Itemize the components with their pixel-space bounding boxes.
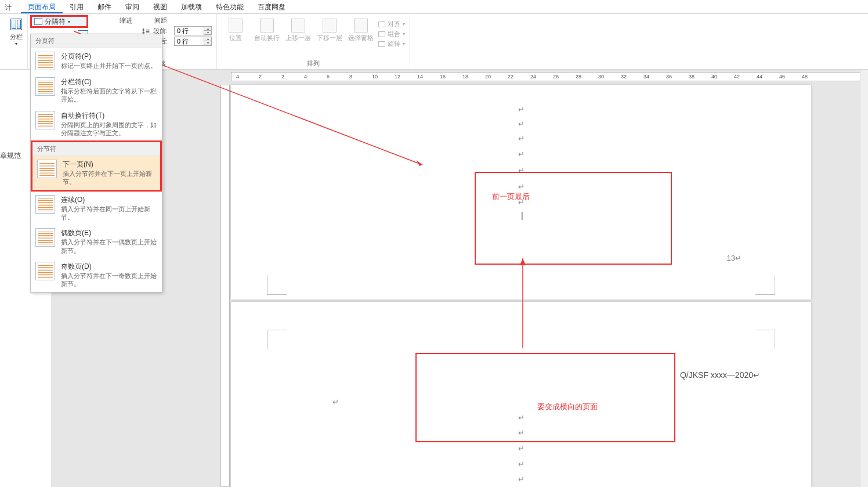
paragraph-mark: ↵ [518, 460, 525, 468]
column-break-icon [35, 77, 55, 96]
odd-page-icon [35, 262, 55, 280]
ruler-tick: 24 [530, 74, 536, 80]
align-button[interactable]: 对齐▾ [378, 20, 405, 28]
breaks-button[interactable]: 分隔符 ▾ [30, 15, 88, 28]
doc-page-1[interactable]: ↵ ↵ ↵ ↵ ↵ ↵ ↵ | 13↵ 前一页最后 [231, 85, 811, 300]
ruler-tick: 18 [462, 74, 468, 80]
tab-baidu[interactable]: 百度网盘 [251, 0, 292, 13]
dd-text-wrap-break[interactable]: 自动换行符(T)分隔网页上的对象周围的文字，如分隔题注文字与正文。 [31, 107, 162, 141]
crop-mark [267, 330, 287, 349]
indent-header: 缩进 [120, 16, 132, 25]
bring-front-icon [291, 19, 305, 33]
ruler-tick: 8 [349, 74, 352, 80]
paragraph-mark: ↵ [332, 398, 339, 406]
ruler-tick: 20 [485, 74, 491, 80]
dd-odd-page[interactable]: 奇数页(D)插入分节符并在下一奇数页上开始新节。 [31, 258, 162, 292]
doc-page-2[interactable]: Q/JKSF xxxx—2020↵ ↵ ↵ ↵ ↵ ↵ ↵ ↵ ↵ ↵ 要变成横… [231, 302, 811, 487]
wrap-icon [260, 19, 274, 33]
tab-view[interactable]: 视图 [146, 0, 174, 13]
section-breaks-header: 分节符 [32, 142, 160, 156]
ruler-tick: 40 [711, 74, 717, 80]
page-break-icon [35, 52, 55, 70]
wrap-button[interactable]: 自动换行 [253, 19, 281, 48]
crop-mark [267, 275, 287, 295]
bring-front-button[interactable]: 上移一层 [284, 19, 312, 48]
annotation-text-1: 前一页最后 [492, 192, 530, 202]
paragraph-mark: ↵ [518, 475, 525, 484]
tab-page-layout[interactable]: 页面布局 [21, 0, 63, 13]
truncated-tab-left: 计 [5, 3, 12, 13]
position-icon [229, 19, 243, 33]
paragraph-mark: ↵ [518, 134, 525, 143]
select-pane-icon [354, 19, 368, 33]
group-button[interactable]: 组合▾ [378, 30, 405, 38]
main-tab-bar: 计 页面布局 引用 邮件 审阅 视图 加载项 特色功能 百度网盘 [0, 0, 868, 14]
horizontal-ruler[interactable]: 4224681012141618202224262830323436384042… [231, 72, 863, 81]
ruler-tick: 34 [643, 74, 649, 80]
ruler-tick: 4 [304, 74, 307, 80]
paragraph-mark: ↵ [518, 120, 525, 128]
ruler-tick: 44 [757, 74, 762, 80]
spacing-before-input[interactable]: ▴▾ [174, 26, 212, 35]
paragraph-mark: ↵ [518, 105, 525, 114]
crop-mark [755, 275, 775, 295]
next-page-icon [37, 160, 57, 178]
crop-mark [755, 330, 775, 349]
vertical-scrollbar[interactable] [860, 70, 868, 487]
annotation-text-2: 要变成横向的页面 [537, 402, 598, 412]
annotation-box-2 [415, 353, 675, 442]
breaks-dropdown: 分页符 分页符(P)标记一页终止并开始下一页的点。 分栏符(C)指示分栏符后面的… [30, 34, 162, 293]
send-back-button[interactable]: 下移一层 [316, 19, 343, 48]
ruler-tick: 10 [372, 74, 378, 80]
arrange-group-label: 排列 [217, 59, 410, 68]
send-back-icon [323, 19, 337, 33]
align-icon [378, 21, 385, 27]
spacing-after-input[interactable]: ▴▾ [174, 37, 212, 46]
chevron-down-icon: ▾ [68, 19, 70, 24]
columns-icon [10, 19, 22, 30]
spacing-header: 间距 [154, 16, 212, 25]
ruler-tick: 2 [259, 74, 262, 80]
tab-references[interactable]: 引用 [63, 0, 91, 13]
ruler-tick: 46 [779, 74, 785, 80]
dd-even-page[interactable]: 偶数页(E)插入分节符并在下一偶数页上开始新节。 [31, 225, 162, 258]
ruler-tick: 14 [417, 74, 423, 80]
ruler-tick: 42 [734, 74, 740, 80]
select-pane-button[interactable]: 选择窗格 [347, 19, 375, 48]
page-breaks-header: 分页符 [31, 34, 162, 48]
rotate-icon [378, 41, 385, 47]
ruler-tick: 2 [281, 74, 284, 80]
annotation-box-1 [475, 172, 672, 265]
vertical-ruler[interactable] [220, 85, 230, 487]
ruler-tick: 48 [802, 74, 808, 80]
ruler-tick: 6 [327, 74, 330, 80]
breaks-icon [34, 18, 42, 25]
ruler-tick: 38 [689, 74, 695, 80]
even-page-icon [35, 228, 55, 247]
columns-button[interactable]: 分栏 ▾ [5, 15, 28, 46]
dd-column-break[interactable]: 分栏符(C)指示分栏符后面的文字将从下一栏开始。 [31, 74, 162, 107]
continuous-icon [35, 195, 55, 214]
tab-features[interactable]: 特色功能 [209, 0, 251, 13]
dd-page-break[interactable]: 分页符(P)标记一页终止并开始下一页的点。 [31, 48, 162, 74]
ruler-tick: 12 [395, 74, 400, 80]
rotate-button[interactable]: 旋转▾ [378, 39, 405, 48]
tab-addins[interactable]: 加载项 [174, 0, 209, 13]
ruler-tick: 28 [576, 74, 581, 80]
ruler-tick: 26 [553, 74, 559, 80]
ruler-tick: 30 [598, 74, 604, 80]
paragraph-mark: ↵ [518, 444, 525, 453]
tab-review[interactable]: 审阅 [118, 0, 146, 13]
ruler-tick: 4 [236, 74, 239, 80]
truncated-left-label: 章规范 [0, 151, 21, 161]
ruler-tick: 36 [666, 74, 672, 80]
page-number: 13↵ [727, 254, 742, 262]
paragraph-mark: ↵ [518, 150, 525, 158]
document-canvas: 4224681012141618202224262830323436384042… [51, 70, 868, 487]
position-button[interactable]: 位置 [222, 19, 249, 48]
ruler-tick: 22 [508, 74, 513, 80]
ruler-tick: 16 [440, 74, 446, 80]
dd-continuous[interactable]: 连续(O)插入分节符并在同一页上开始新节。 [31, 192, 162, 225]
tab-mail[interactable]: 邮件 [91, 0, 118, 13]
dd-next-page[interactable]: 下一页(N)插入分节符并在下一页上开始新节。 [32, 156, 160, 190]
